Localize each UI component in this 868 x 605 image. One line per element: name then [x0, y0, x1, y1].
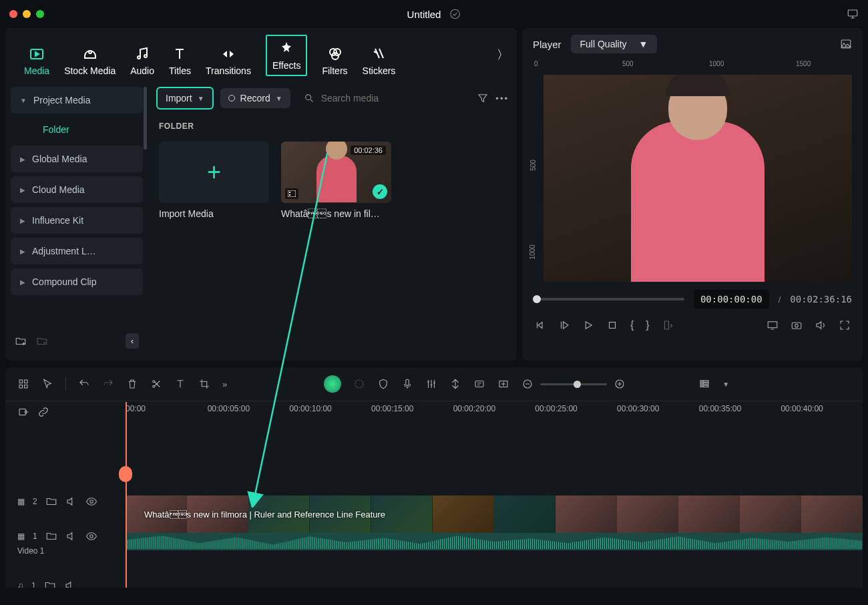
filter-icon[interactable] — [477, 92, 489, 104]
track-view-icon[interactable] — [698, 378, 710, 390]
volume-icon[interactable] — [65, 530, 77, 542]
fullscreen-icon[interactable] — [839, 319, 851, 331]
folder-icon[interactable] — [45, 495, 57, 508]
more-options-button[interactable]: ••• — [495, 93, 509, 104]
ai-assistant-icon[interactable] — [324, 375, 341, 393]
clip-label: Whatâs new in filmora | Ruler and Refe… — [144, 510, 385, 520]
zoom-control — [521, 378, 626, 390]
speed-icon[interactable] — [353, 378, 365, 390]
sidebar-item-global-media[interactable]: ▶Global Media — [11, 146, 143, 172]
svg-rect-12 — [289, 194, 290, 196]
marker-add-icon[interactable] — [449, 378, 461, 390]
tab-titles[interactable]: Titles — [169, 45, 191, 76]
new-folder-icon[interactable] — [15, 335, 27, 347]
fit-icon[interactable] — [497, 378, 509, 390]
seek-handle[interactable] — [533, 295, 541, 303]
playhead[interactable] — [126, 402, 127, 588]
tab-effects[interactable]: Effects — [266, 35, 308, 76]
tab-media[interactable]: Media — [24, 45, 49, 76]
sidebar-item-influence-kit[interactable]: ▶Influence Kit — [11, 207, 143, 234]
snapshot-icon[interactable] — [840, 38, 852, 50]
delete-folder-icon[interactable] — [36, 335, 48, 347]
sidebar-item-cloud-media[interactable]: ▶Cloud Media — [11, 176, 143, 203]
maximize-window-button[interactable] — [36, 10, 44, 18]
redo-icon[interactable] — [102, 378, 114, 390]
shield-icon[interactable] — [377, 378, 389, 390]
visibility-icon[interactable] — [85, 495, 97, 508]
timeline-toolbar: » ▼ — [5, 367, 863, 401]
seek-bar[interactable] — [533, 298, 684, 300]
display-mode-icon[interactable] — [767, 319, 779, 331]
mic-icon[interactable] — [401, 378, 413, 390]
music-note-icon: ♫ — [17, 581, 23, 588]
sidebar-item-folder[interactable]: Folder — [11, 118, 143, 142]
svg-point-38 — [89, 500, 93, 503]
preview-content — [631, 122, 765, 282]
tab-filters[interactable]: Filters — [322, 45, 347, 76]
search-input[interactable] — [321, 93, 464, 104]
delete-icon[interactable] — [126, 378, 138, 390]
svg-rect-34 — [704, 381, 709, 382]
timeline-tracks[interactable]: Whatâs new in filmora | Ruler and Refe… — [126, 434, 863, 550]
render-icon[interactable] — [473, 378, 485, 390]
svg-point-8 — [332, 53, 339, 59]
text-icon[interactable] — [174, 378, 186, 390]
play-forward-icon[interactable] — [558, 319, 570, 331]
marker-dropdown-icon[interactable] — [662, 319, 674, 331]
sidebar-item-adjustment-layer[interactable]: ▶Adjustment L… — [11, 238, 143, 264]
search-icon — [304, 92, 314, 104]
folder-icon[interactable] — [44, 580, 56, 588]
media-sidebar: ▼Project Media Folder ▶Global Media ▶Clo… — [5, 80, 148, 361]
tab-transitions[interactable]: Transitions — [206, 45, 251, 76]
split-icon[interactable] — [150, 378, 162, 390]
folder-icon[interactable] — [45, 530, 57, 542]
media-panel: Media Stock Media Audio Titles Transitio… — [5, 28, 517, 361]
volume-icon[interactable] — [64, 580, 76, 588]
sidebar-item-compound-clip[interactable]: ▶Compound Clip — [11, 268, 143, 295]
video-clip[interactable]: Whatâs new in filmora | Ruler and Refe… — [126, 495, 863, 533]
timeline-ruler[interactable]: 00:00 00:00:05:00 00:00:10:00 00:00:15:0… — [5, 401, 863, 427]
mark-out-icon[interactable]: } — [646, 319, 649, 331]
chevron-down-icon[interactable]: ▼ — [722, 381, 729, 388]
cursor-icon[interactable] — [41, 378, 53, 390]
close-window-button[interactable] — [9, 10, 17, 18]
prev-frame-icon[interactable] — [534, 319, 546, 331]
sidebar-scrollbar[interactable] — [144, 87, 147, 150]
tab-stock-media[interactable]: Stock Media — [64, 45, 116, 76]
used-checkmark-icon: ✓ — [373, 184, 387, 199]
undo-icon[interactable] — [78, 378, 90, 390]
quality-select[interactable]: Full Quality▼ — [571, 35, 658, 53]
volume-icon[interactable] — [65, 495, 77, 508]
record-button[interactable]: Record▼ — [220, 88, 290, 108]
stop-icon[interactable] — [606, 319, 618, 331]
minimize-window-button[interactable] — [23, 10, 31, 18]
tabs-more-button[interactable]: 〉 — [497, 47, 509, 63]
zoom-out-icon[interactable] — [521, 378, 533, 390]
tab-audio[interactable]: Audio — [130, 45, 154, 76]
zoom-handle[interactable] — [574, 381, 581, 388]
svg-point-4 — [138, 56, 140, 59]
sidebar-item-project-media[interactable]: ▼Project Media — [11, 87, 143, 114]
layout-icon[interactable] — [17, 378, 29, 390]
main-tabs: Media Stock Media Audio Titles Transitio… — [5, 28, 517, 80]
search-media[interactable] — [297, 87, 471, 109]
camera-icon[interactable] — [791, 319, 803, 331]
play-icon[interactable] — [582, 319, 594, 331]
media-clip-card[interactable]: 00:02:36 ✓ Whatâs new in fil… — [281, 142, 391, 219]
chevron-down-icon: ▼ — [198, 95, 204, 102]
audio-waveform[interactable] — [126, 533, 863, 550]
import-media-card[interactable]: + Import Media — [159, 142, 269, 219]
visibility-icon[interactable] — [85, 530, 97, 542]
video-preview[interactable] — [544, 75, 852, 282]
collapse-sidebar-button[interactable]: ‹ — [126, 333, 139, 349]
zoom-slider[interactable] — [540, 383, 607, 385]
volume-icon[interactable] — [815, 319, 827, 331]
import-button[interactable]: Import▼ — [156, 87, 214, 110]
audio-mixer-icon[interactable] — [425, 378, 437, 390]
mark-in-icon[interactable]: { — [630, 319, 634, 331]
display-settings-icon[interactable] — [847, 8, 859, 20]
more-tools-icon[interactable]: » — [222, 379, 227, 389]
crop-icon[interactable] — [198, 378, 210, 390]
zoom-in-icon[interactable] — [614, 378, 626, 390]
tab-stickers[interactable]: Stickers — [363, 45, 396, 76]
